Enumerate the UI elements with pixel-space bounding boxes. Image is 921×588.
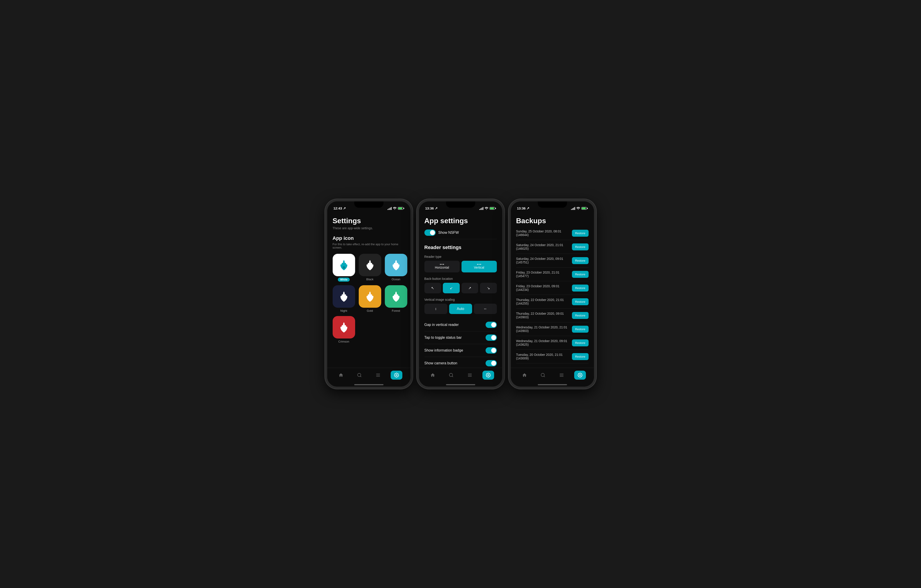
- reader-type-label: Reader type: [425, 255, 497, 258]
- nav-item-list[interactable]: [464, 370, 476, 380]
- wifi-icon: [485, 207, 488, 210]
- scroll-area[interactable]: Backups Sunday, 25 October 2020, 08:01(1…: [511, 212, 594, 368]
- svg-line-8: [361, 376, 361, 377]
- nav-item-list[interactable]: [372, 370, 384, 380]
- backup-item-3: Friday, 23 October 2020, 21:01(145477) R…: [516, 268, 589, 281]
- restore-button-1[interactable]: Restore: [572, 244, 589, 250]
- back-btn-symbol-0: ↖: [431, 286, 434, 290]
- svg-point-7: [358, 374, 361, 377]
- nav-item-settings[interactable]: [391, 370, 402, 380]
- toggle-1[interactable]: [486, 335, 497, 341]
- home-indicator: [538, 384, 567, 385]
- back-btn-1[interactable]: ↙: [443, 283, 460, 293]
- icon-label: Gold: [367, 309, 373, 312]
- nsfw-toggle[interactable]: [425, 229, 436, 236]
- restore-button-5[interactable]: Restore: [572, 298, 589, 305]
- icon-item-crimson[interactable]: Crimson: [333, 316, 355, 343]
- nav-item-search[interactable]: [445, 370, 457, 380]
- status-time: 13:36 ↗: [517, 206, 530, 210]
- icon-item-black[interactable]: Black: [359, 254, 381, 282]
- svg-line-20: [544, 376, 545, 377]
- section-desc: For this to take effect, re-add the app …: [333, 242, 405, 249]
- icon-label: Black: [366, 278, 374, 281]
- svg-point-3: [342, 297, 345, 300]
- nav-item-home[interactable]: [519, 370, 530, 380]
- back-button-group: Back-button location ↖ ↙ ↗: [425, 277, 497, 293]
- restore-button-0[interactable]: Restore: [572, 230, 589, 237]
- backup-date-1: Saturday, 24 October 2020, 21:01(146025): [516, 243, 572, 250]
- icon-item-white[interactable]: White: [333, 254, 355, 282]
- backup-date-0: Sunday, 25 October 2020, 08:01(146644): [516, 229, 572, 237]
- toggle-2[interactable]: [486, 347, 497, 354]
- restore-button-8[interactable]: Restore: [572, 339, 589, 346]
- reader-type-horizontal[interactable]: Horizontal: [425, 261, 460, 273]
- nav-item-settings[interactable]: [482, 370, 494, 380]
- nav-item-home[interactable]: [335, 370, 347, 380]
- restore-button-3[interactable]: Restore: [572, 271, 589, 278]
- backup-item-8: Wednesday, 21 October 2020, 09:01(143625…: [516, 336, 589, 350]
- restore-button-2[interactable]: Restore: [572, 257, 589, 264]
- page-title: Backups: [516, 217, 589, 225]
- backup-list: Sunday, 25 October 2020, 08:01(146644) R…: [516, 226, 589, 364]
- svg-point-1: [368, 266, 371, 269]
- scroll-area[interactable]: App settings Show NSFW Reader settings R…: [419, 212, 502, 368]
- nav-item-search[interactable]: [353, 370, 365, 380]
- svg-point-2: [394, 266, 397, 269]
- back-btn-3[interactable]: ↘: [480, 283, 497, 293]
- restore-button-4[interactable]: Restore: [572, 284, 589, 292]
- list-icon: [467, 373, 472, 378]
- restore-button-7[interactable]: Restore: [572, 326, 589, 333]
- battery-icon: [490, 207, 496, 210]
- back-btn-0[interactable]: ↖: [425, 283, 441, 293]
- icon-item-night[interactable]: Night: [333, 285, 355, 312]
- scaling-symbol-0: ↕: [435, 307, 437, 311]
- backup-date-3: Friday, 23 October 2020, 21:01(145477): [516, 271, 572, 278]
- icon-item-gold[interactable]: Gold: [359, 285, 381, 312]
- backup-date-4: Friday, 23 October 2020, 09:01(144234): [516, 284, 572, 292]
- restore-button-6[interactable]: Restore: [572, 312, 589, 319]
- search-icon: [449, 373, 454, 378]
- icon-label: Crimson: [338, 340, 349, 343]
- nav-item-home[interactable]: [427, 370, 439, 380]
- scaling-btn-2[interactable]: ↔: [474, 304, 497, 314]
- nav-item-list[interactable]: [556, 370, 568, 380]
- screen-content: App settings Show NSFW Reader settings R…: [419, 212, 502, 368]
- svg-point-0: [342, 266, 345, 269]
- icon-label: Forest: [392, 309, 400, 312]
- scaling-btn-0[interactable]: ↕: [425, 304, 447, 314]
- scaling-symbol-1: Auto: [457, 307, 464, 311]
- scroll-area[interactable]: Settings These are app-wide settings. Ap…: [327, 212, 410, 368]
- wifi-icon: [576, 207, 580, 210]
- toggle-0[interactable]: [486, 322, 497, 328]
- selected-badge: White: [338, 278, 350, 282]
- page-title: App settings: [425, 217, 497, 225]
- svg-point-5: [394, 297, 397, 300]
- status-bar: 13:36 ↗: [419, 201, 502, 212]
- back-btn-2[interactable]: ↗: [462, 283, 478, 293]
- nav-item-settings[interactable]: [574, 370, 586, 380]
- list-icon: [559, 373, 564, 378]
- home-icon: [522, 373, 527, 378]
- status-icons: [571, 207, 588, 210]
- backup-item-0: Sunday, 25 October 2020, 08:01(146644) R…: [516, 226, 589, 240]
- back-button-options: ↖ ↙ ↗ ↘: [425, 283, 497, 293]
- reader-type-vertical[interactable]: Vertical: [462, 261, 497, 273]
- signal-icon: [387, 207, 392, 210]
- toggle-row-1: Tap to toggle status bar: [425, 331, 497, 344]
- screen-content: Settings These are app-wide settings. Ap…: [327, 212, 410, 368]
- section-title: App icon: [333, 236, 405, 241]
- settings-phone: 12:43 ↗: [327, 201, 410, 387]
- bottom-nav: [419, 368, 502, 384]
- scaling-btn-1[interactable]: Auto: [449, 304, 472, 314]
- svg-point-18: [488, 374, 489, 376]
- icon-item-forest[interactable]: Forest: [385, 285, 407, 312]
- page-title: Settings: [333, 217, 405, 225]
- restore-button-9[interactable]: Restore: [572, 353, 589, 360]
- icon-label: Night: [340, 309, 347, 312]
- bottom-nav: [327, 368, 410, 384]
- nav-item-search[interactable]: [537, 370, 549, 380]
- icon-item-ocean[interactable]: Ocean: [385, 254, 407, 282]
- toggle-3[interactable]: [486, 360, 497, 366]
- search-icon: [540, 373, 545, 378]
- status-bar: 12:43 ↗: [327, 201, 410, 212]
